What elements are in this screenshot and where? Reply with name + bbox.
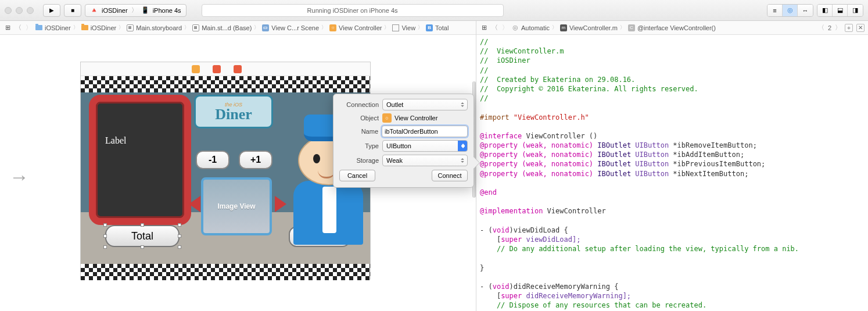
plus-button[interactable]: +1 [239, 151, 272, 169]
jb-scene[interactable]: View C...r Scene [271, 24, 319, 31]
app-icon: 🔺 [90, 6, 98, 14]
connection-label: Connection [339, 101, 379, 108]
section-icon: C [627, 24, 636, 32]
storage-label: Storage [339, 157, 379, 164]
vc-small-icon: ○ [382, 113, 392, 123]
scene-header[interactable] [81, 62, 370, 76]
storage-select[interactable]: Weak [382, 155, 468, 166]
scheme-app-label: iOSDiner [102, 7, 128, 14]
total-button[interactable]: Total [105, 225, 180, 247]
right-panel-icon[interactable]: ◨ [848, 5, 863, 16]
menu-label[interactable]: Label [89, 95, 191, 225]
related-items-icon[interactable]: ⊞ [480, 24, 488, 32]
jb-storyboard-base[interactable]: Main.st...d (Base) [202, 24, 252, 31]
version-editor-icon[interactable]: ↔ [798, 5, 813, 16]
assistant-editor-icon[interactable]: ◎ [783, 5, 798, 16]
jb-storyboard[interactable]: Main.storyboard [136, 24, 182, 31]
storyboard-icon [127, 24, 134, 31]
object-value: ○View Controller [382, 113, 468, 123]
resize-handle[interactable] [178, 223, 181, 227]
device-icon: 📱 [141, 6, 149, 14]
close-assistant-icon[interactable]: ✕ [856, 24, 865, 32]
jb-view[interactable]: View [401, 24, 415, 31]
code-editor[interactable]: // // ViewController.m // iOSDiner // //… [476, 35, 868, 311]
add-assistant-icon[interactable]: ＋ [845, 24, 853, 32]
folder-icon [81, 25, 88, 30]
jb-folder[interactable]: iOSDiner [91, 24, 117, 31]
stop-button[interactable]: ■ [64, 4, 81, 17]
project-icon [35, 25, 42, 30]
counterpart-next-icon[interactable]: 〉 [835, 23, 841, 32]
scene-icon: ▭ [262, 24, 269, 31]
m-file-icon: m [559, 24, 568, 32]
initial-vc-arrow-icon: → [9, 166, 29, 188]
status-text: Running iOSDiner on iPhone 4s [307, 7, 398, 14]
simulated-screen: Label the iOS Diner -1 +1 Image View Tot… [80, 62, 371, 280]
back-icon[interactable]: 〈 [14, 24, 22, 32]
standard-editor-icon[interactable]: ≡ [767, 5, 783, 16]
jb-controller[interactable]: View Controller [339, 24, 382, 31]
storyboard-base-icon [192, 24, 199, 31]
item-image-view[interactable]: Image View [201, 177, 272, 235]
close-window-icon[interactable] [5, 7, 12, 14]
related-items-icon[interactable]: ⊞ [3, 24, 12, 32]
outlet-connection-popover: Connection Outlet Object ○View Controlle… [333, 94, 474, 188]
minus-button[interactable]: -1 [196, 151, 229, 169]
resize-handle[interactable] [141, 245, 144, 249]
type-select[interactable]: UIButton [382, 140, 468, 152]
counterpart-counter: 2 [828, 24, 831, 31]
scheme-selector[interactable]: 🔺 iOSDiner 〉 📱 iPhone 4s [85, 4, 186, 17]
bottom-panel-icon[interactable]: ⬓ [833, 5, 848, 16]
resize-handle[interactable] [178, 245, 181, 249]
editor-mode-segmented[interactable]: ≡ ◎ ↔ [767, 4, 813, 17]
first-responder-icon[interactable] [213, 65, 221, 73]
jb-mode[interactable]: Automatic [521, 24, 550, 31]
jb-section[interactable]: @interface ViewController() [637, 24, 716, 31]
scheme-device-label: iPhone 4s [153, 7, 181, 14]
jb-project[interactable]: iOSDiner [45, 24, 71, 31]
cancel-button[interactable]: Cancel [339, 170, 375, 181]
traffic-lights [5, 7, 34, 14]
window-titlebar: ▶ ■ 🔺 iOSDiner 〉 📱 iPhone 4s Running iOS… [0, 0, 868, 21]
name-input[interactable] [382, 126, 468, 137]
panel-toggle-segmented[interactable]: ◧ ⬓ ◨ [817, 4, 863, 17]
left-panel-icon[interactable]: ◧ [817, 5, 833, 16]
prev-arrow-icon[interactable] [189, 196, 200, 212]
view-icon [392, 24, 399, 31]
controller-icon: ○ [329, 24, 336, 31]
back-icon[interactable]: 〈 [490, 24, 498, 32]
chevron-right-icon: 〉 [131, 6, 138, 15]
jb-button[interactable]: Total [435, 24, 449, 31]
zoom-window-icon[interactable] [27, 7, 34, 14]
vc-icon[interactable] [192, 65, 200, 73]
counterpart-prev-icon[interactable]: 〈 [818, 23, 824, 32]
code-jump-bar[interactable]: ⊞ 〈 〉 ◎Automatic〉 mViewController.m〉 C@i… [476, 21, 868, 35]
resize-handle[interactable] [103, 245, 107, 249]
exit-icon[interactable] [234, 65, 242, 73]
forward-icon[interactable]: 〉 [24, 24, 33, 32]
resize-handle[interactable] [178, 234, 181, 238]
resize-handle[interactable] [103, 234, 107, 238]
connect-button[interactable]: Connect [432, 170, 468, 181]
checker-top [81, 76, 370, 92]
ib-jump-bar[interactable]: ⊞ 〈 〉 iOSDiner〉 iOSDiner〉 Main.storyboar… [0, 21, 476, 35]
automatic-icon: ◎ [511, 24, 519, 32]
button-icon: B [426, 24, 433, 31]
resize-handle[interactable] [141, 223, 144, 227]
activity-status: Running iOSDiner on iPhone 4s [202, 4, 504, 17]
run-button[interactable]: ▶ [43, 4, 60, 17]
minimize-window-icon[interactable] [16, 7, 23, 14]
resize-handle[interactable] [103, 223, 107, 227]
object-label: Object [339, 115, 379, 121]
type-label: Type [339, 142, 379, 149]
jb-file[interactable]: ViewController.m [569, 24, 618, 31]
connection-select[interactable]: Outlet [382, 99, 468, 110]
checker-bottom [81, 264, 370, 280]
diner-sign: the iOS Diner [194, 95, 273, 128]
name-label: Name [339, 128, 378, 135]
forward-icon[interactable]: 〉 [501, 24, 509, 32]
